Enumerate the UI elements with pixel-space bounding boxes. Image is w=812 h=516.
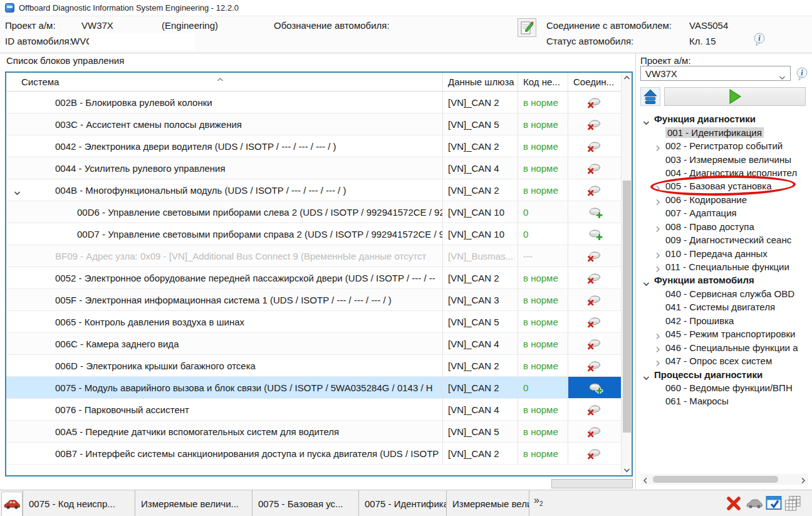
- scroll-left-icon[interactable]: [643, 475, 648, 487]
- tree-item[interactable]: 061 - Макросы: [640, 394, 808, 408]
- tree-group[interactable]: Функция диагностики: [640, 112, 808, 125]
- tree-item[interactable]: 060 - Ведомые функции/ВПН: [640, 381, 808, 394]
- chevron-right-icon[interactable]: [655, 143, 660, 154]
- table-row[interactable]: 004B - Многофункциональный модуль (UDS /…: [6, 179, 632, 201]
- chevron-right-icon[interactable]: [655, 183, 660, 194]
- taskbar-tab[interactable]: 0075 - Базовая ус...: [252, 490, 358, 516]
- tree-item[interactable]: 041 - Системы двигателя: [640, 300, 808, 313]
- scroll-top-button[interactable]: [640, 87, 660, 106]
- table-row[interactable]: 002B - Блокировка рулевой колонки[VN]_CA…: [6, 92, 632, 113]
- disconnected-icon[interactable]: [568, 443, 621, 464]
- tree-item[interactable]: 010 - Передача данных: [640, 246, 808, 260]
- chevron-right-icon[interactable]: [655, 224, 660, 234]
- table-row[interactable]: 0076 - Парковочный ассистент[VN]_CAN 4в …: [6, 399, 632, 421]
- disconnected-icon[interactable]: [568, 267, 621, 288]
- table-row[interactable]: 0052 - Электронное оборудование передней…: [6, 267, 632, 289]
- tree-item[interactable]: 003 - Измеряемые величины: [640, 152, 808, 166]
- disconnected-icon[interactable]: [568, 399, 621, 420]
- tab-overflow-button[interactable]: »2: [534, 495, 543, 507]
- disconnected-icon[interactable]: [568, 113, 621, 135]
- tree-item[interactable]: 007 - Адаптация: [640, 206, 808, 219]
- chevron-right-icon[interactable]: [655, 197, 660, 208]
- scroll-down-icon[interactable]: [623, 466, 631, 475]
- taskbar-tab[interactable]: Измеряемые величи...: [135, 490, 252, 516]
- table-horizontal-scrollbar[interactable]: [551, 479, 633, 488]
- tree-item[interactable]: 001 - Идентификация: [640, 125, 808, 139]
- table-row[interactable]: 003C - Ассистент смены полосы движения[V…: [6, 113, 632, 135]
- taskbar-tab[interactable]: Измеряемые величи...: [446, 490, 529, 516]
- table-row[interactable]: 00D7 - Управление световыми приборами сп…: [6, 223, 632, 245]
- ecu-table: Система Данные шлюза Код не... Соедин...…: [5, 71, 633, 477]
- table-row[interactable]: 0042 - Электроника двери водителя (UDS /…: [6, 135, 632, 157]
- start-diagnosis-button[interactable]: [664, 87, 806, 106]
- tree-item-label: 003 - Измеряемые величины: [665, 154, 791, 165]
- tree-horizontal-scrollbar[interactable]: [640, 474, 808, 485]
- task-window-icon[interactable]: [766, 495, 783, 511]
- table-grid-icon[interactable]: [784, 495, 801, 512]
- project-select[interactable]: VW37X: [640, 66, 791, 81]
- connect-icon[interactable]: [568, 201, 621, 223]
- collapse-icon[interactable]: [14, 187, 21, 197]
- table-row[interactable]: 006C - Камера заднего вида[VN]_CAN 4в но…: [6, 333, 632, 355]
- scroll-right-icon[interactable]: [801, 475, 806, 487]
- disconnected-icon[interactable]: [568, 135, 621, 157]
- taskbar-tab[interactable]: 0075 - Идентификатор: [358, 490, 446, 516]
- table-row[interactable]: 006D - Электроника крышки багажного отсе…: [6, 355, 632, 377]
- table-row[interactable]: 005F - Электронная информационная систем…: [6, 289, 632, 311]
- scroll-up-icon[interactable]: [623, 73, 631, 82]
- table-row[interactable]: BF09 - Адрес узла: 0x09 - [VN]_Additiona…: [6, 245, 632, 267]
- vehicle-icon[interactable]: [746, 498, 763, 509]
- disconnected-icon[interactable]: [568, 289, 621, 310]
- tree-item[interactable]: 009 - Диагностический сеанс: [640, 233, 808, 246]
- tree-item[interactable]: 045 - Режим транспортировки: [640, 327, 808, 340]
- disconnected-icon[interactable]: [568, 245, 621, 266]
- info-icon[interactable]: i: [753, 33, 766, 45]
- tree-item[interactable]: 008 - Право доступа: [640, 220, 808, 233]
- column-header-fault-code: Код не...: [518, 73, 568, 91]
- chevron-right-icon[interactable]: [655, 264, 660, 275]
- disconnected-icon[interactable]: [568, 311, 621, 332]
- disconnected-icon[interactable]: [568, 179, 621, 201]
- connect-icon[interactable]: [568, 377, 621, 398]
- table-row[interactable]: 0065 - Контроль давления воздуха в шинах…: [6, 311, 632, 333]
- scrollbar-thumb[interactable]: [653, 476, 778, 483]
- table-vertical-scrollbar[interactable]: [621, 73, 632, 475]
- disconnected-icon[interactable]: [568, 157, 621, 179]
- tree-item[interactable]: 005 - Базовая установка: [640, 179, 808, 192]
- tree-item-label: 006 - Кодирование: [665, 194, 747, 205]
- tree-item[interactable]: 046 - Специальные функции а: [640, 340, 808, 354]
- vehicle-session-tab[interactable]: [1, 492, 23, 516]
- chevron-right-icon[interactable]: [655, 344, 660, 355]
- edit-note-button[interactable]: [518, 18, 536, 37]
- table-row[interactable]: 00B7 - Интерфейс системы санкционировани…: [6, 443, 632, 465]
- status-label: Статус автомобиля:: [546, 36, 633, 46]
- disconnected-icon[interactable]: [568, 333, 621, 354]
- chevron-right-icon[interactable]: [655, 358, 660, 369]
- disconnected-icon[interactable]: [568, 355, 621, 376]
- tree-item[interactable]: 042 - Прошивка: [640, 314, 808, 327]
- disconnected-icon[interactable]: [568, 421, 621, 442]
- disconnected-icon[interactable]: [568, 92, 621, 113]
- tree-group[interactable]: Процессы диагностики: [640, 367, 808, 381]
- tree-item[interactable]: 047 - Опрос всех систем: [640, 354, 808, 367]
- tree-item[interactable]: 002 - Регистратор событий: [640, 139, 808, 152]
- connect-icon[interactable]: [568, 223, 621, 245]
- chevron-right-icon[interactable]: [655, 250, 660, 261]
- table-row[interactable]: 00D6 - Управление световыми приборами сл…: [6, 201, 632, 223]
- fault-code-status: ---: [523, 251, 533, 261]
- close-icon[interactable]: [726, 495, 742, 512]
- tree-item[interactable]: 011 - Специальные функции: [640, 260, 808, 273]
- tree-item[interactable]: 006 - Кодирование: [640, 193, 808, 206]
- tree-item-label: 008 - Право доступа: [665, 221, 754, 232]
- tree-item[interactable]: 040 - Сервисная служба OBD: [640, 287, 808, 300]
- sort-ascending-icon[interactable]: [217, 73, 224, 84]
- scrollbar-thumb[interactable]: [623, 181, 631, 433]
- tree-item[interactable]: 004 - Диагностика исполнител: [640, 166, 808, 179]
- table-row[interactable]: 0075 - Модуль аварийного вызова и блок с…: [6, 377, 632, 399]
- tree-group[interactable]: Функции автомобиля: [640, 273, 808, 287]
- table-row[interactable]: 00A5 - Передние датчики вспомогательных …: [6, 421, 632, 443]
- table-row[interactable]: 0044 - Усилитель рулевого управления[VN]…: [6, 157, 632, 179]
- chevron-right-icon[interactable]: [655, 331, 660, 342]
- project-info-icon[interactable]: i: [796, 67, 808, 80]
- taskbar-tab[interactable]: 0075 - Код неиспр...: [23, 490, 135, 516]
